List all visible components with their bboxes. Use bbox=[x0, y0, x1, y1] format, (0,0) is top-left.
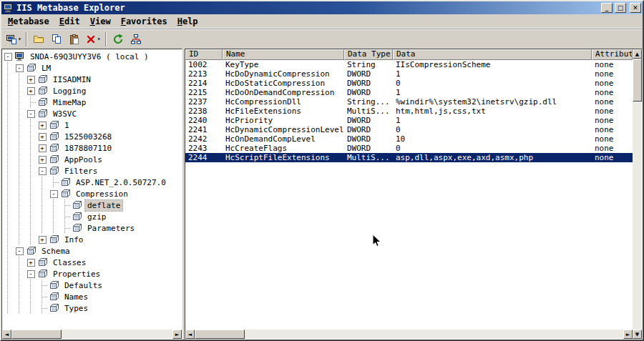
tree-item-gzip[interactable]: gzip bbox=[2, 211, 182, 222]
table-row-2237[interactable]: 2237HcCompressionDllString...%windir%\sy… bbox=[185, 97, 633, 107]
scrollbar-thumb[interactable] bbox=[633, 59, 642, 102]
tree-item-snda-69q3uyy3v6-local[interactable]: -SNDA-69Q3UYY3V6 ( local ) bbox=[2, 51, 182, 62]
menu-item-view[interactable]: View bbox=[85, 15, 116, 28]
tree-guide bbox=[2, 74, 14, 85]
cell-type: DWORD bbox=[344, 125, 393, 134]
expand-icon[interactable]: + bbox=[36, 119, 48, 131]
scroll-right-button[interactable]: ► bbox=[172, 330, 182, 339]
tree-guide bbox=[2, 291, 14, 302]
copy-button[interactable] bbox=[48, 31, 65, 47]
expand-icon[interactable]: + bbox=[25, 257, 36, 268]
collapse-icon[interactable]: - bbox=[2, 51, 14, 62]
tree-item-schema[interactable]: -Schema bbox=[2, 245, 182, 257]
expand-icon[interactable]: + bbox=[36, 154, 48, 165]
table-row-2214[interactable]: 2214HcDoStaticCompressionDWORD0none bbox=[185, 79, 633, 88]
tree-item-w3svc[interactable]: -W3SVC bbox=[2, 108, 182, 119]
node-icon bbox=[37, 268, 49, 280]
cell-attrs: none bbox=[592, 79, 633, 88]
list-vertical-scrollbar[interactable]: ▲ ▼ bbox=[633, 49, 642, 339]
tree-item-names[interactable]: Names bbox=[2, 291, 182, 302]
minimize-button[interactable]: _ bbox=[601, 3, 613, 13]
menu-item-help[interactable]: Help bbox=[172, 15, 203, 28]
titlebar[interactable]: IIS Metabase Explorer _ □ ✕ bbox=[1, 1, 643, 14]
tree-item-apppools[interactable]: +AppPools bbox=[2, 154, 182, 165]
table-row-2242[interactable]: 2242HcOnDemandCompLevelDWORD10none bbox=[185, 134, 633, 144]
scrollbar-thumb[interactable] bbox=[195, 330, 245, 339]
column-header-name[interactable]: Name bbox=[223, 49, 344, 60]
tree-item-parameters[interactable]: Parameters bbox=[2, 222, 182, 234]
expand-icon[interactable]: + bbox=[36, 234, 48, 245]
expand-icon[interactable]: + bbox=[36, 142, 48, 154]
close-button[interactable]: ✕ bbox=[630, 3, 641, 13]
column-header-data[interactable]: Data bbox=[393, 49, 592, 60]
open-key-button[interactable] bbox=[30, 31, 47, 47]
tree-item-types[interactable]: Types bbox=[2, 302, 182, 314]
tree-item-mimemap[interactable]: MimeMap bbox=[2, 97, 182, 108]
table-row-2243[interactable]: 2243HcCreateFlagsDWORD0none bbox=[185, 144, 633, 153]
collapse-icon[interactable]: - bbox=[48, 188, 59, 199]
cell-data: 0 bbox=[393, 144, 592, 153]
column-header-type[interactable]: Data Type bbox=[344, 49, 393, 60]
tree-item-defaults[interactable]: Defaults bbox=[2, 280, 182, 291]
scrollbar-track[interactable] bbox=[62, 330, 172, 339]
tree-item-deflate[interactable]: deflate bbox=[2, 199, 182, 211]
list-horizontal-scrollbar[interactable]: ◄ ► bbox=[185, 330, 633, 339]
table-row-2215[interactable]: 2215HcDoOnDemandCompressionDWORD1none bbox=[185, 88, 633, 97]
tree-horizontal-scrollbar[interactable]: ◄ ► bbox=[2, 330, 182, 339]
menu-item-favorites[interactable]: Favorites bbox=[116, 15, 172, 28]
tree-item-classes[interactable]: +Classes bbox=[2, 257, 182, 268]
cell-attrs: none bbox=[592, 116, 633, 125]
tree-item-filters[interactable]: -Filters bbox=[2, 165, 182, 177]
maximize-button[interactable]: □ bbox=[615, 3, 626, 13]
scrollbar-track[interactable] bbox=[633, 102, 642, 330]
collapse-icon[interactable]: - bbox=[36, 165, 48, 177]
tree-item-properties[interactable]: -Properties bbox=[2, 268, 182, 280]
tree-item-1878807110[interactable]: +1878807110 bbox=[2, 142, 182, 154]
paste-button[interactable] bbox=[66, 31, 83, 47]
table-row-2240[interactable]: 2240HcPriorityDWORD1none bbox=[185, 116, 633, 125]
tree-guide bbox=[14, 97, 25, 108]
column-header-id[interactable]: ID bbox=[185, 49, 223, 60]
tree-item-asp-net-2-0-50727-0[interactable]: ASP.NET_2.0.50727.0 bbox=[2, 177, 182, 188]
collapse-icon[interactable]: - bbox=[25, 268, 36, 280]
collapse-icon[interactable]: - bbox=[25, 108, 36, 119]
scroll-up-button[interactable]: ▲ bbox=[633, 49, 642, 59]
scrollbar-thumb[interactable] bbox=[11, 330, 62, 339]
scroll-down-button[interactable]: ▼ bbox=[633, 330, 642, 339]
tree-item-1[interactable]: +1 bbox=[2, 119, 182, 131]
scrollbar-track[interactable] bbox=[245, 330, 623, 339]
expand-icon[interactable]: + bbox=[25, 85, 36, 97]
tree-guide bbox=[36, 222, 48, 234]
tree-item-iisadmin[interactable]: +IISADMIN bbox=[2, 74, 182, 85]
tree-item-compression[interactable]: -Compression bbox=[2, 188, 182, 199]
column-header-attrs[interactable]: Attributes bbox=[592, 49, 633, 60]
table-row-2238[interactable]: 2238HcFileExtensionsMultiS...htm,html,js… bbox=[185, 107, 633, 116]
tree-item-logging[interactable]: +Logging bbox=[2, 85, 182, 97]
menu-item-metabase[interactable]: Metabase bbox=[3, 15, 54, 28]
collapse-icon[interactable]: - bbox=[14, 62, 25, 74]
tree-item-1525003268[interactable]: +1525003268 bbox=[2, 131, 182, 142]
table-row-2213[interactable]: 2213HcDoDynamicCompressionDWORD1none bbox=[185, 69, 633, 79]
table-row-2244[interactable]: 2244HcScriptFileExtensionsMultiS...asp,d… bbox=[185, 153, 633, 162]
list-pane: IDNameData TypeDataAttributes 1002KeyTyp… bbox=[185, 49, 643, 340]
paste-icon bbox=[69, 34, 80, 45]
tree-guide bbox=[14, 165, 25, 177]
network-button[interactable] bbox=[127, 31, 145, 47]
list-body: 1002KeyTypeStringIIsCompressionSchemenon… bbox=[185, 60, 633, 330]
connect-button[interactable]: ▾ bbox=[4, 31, 23, 47]
cell-type: String bbox=[344, 60, 393, 69]
table-row-1002[interactable]: 1002KeyTypeStringIIsCompressionSchemenon… bbox=[185, 60, 633, 69]
table-row-2241[interactable]: 2241HcDynamicCompressionLevelDWORD0none bbox=[185, 125, 633, 134]
tree-item-lm[interactable]: -LM bbox=[2, 62, 182, 74]
menu-item-edit[interactable]: Edit bbox=[54, 15, 85, 28]
scroll-left-button[interactable]: ◄ bbox=[185, 330, 195, 339]
expand-icon[interactable]: + bbox=[36, 131, 48, 142]
scroll-right-button[interactable]: ► bbox=[623, 330, 633, 339]
tree-item-info[interactable]: +Info bbox=[2, 234, 182, 245]
refresh-button[interactable] bbox=[109, 31, 127, 47]
scroll-left-button[interactable]: ◄ bbox=[2, 330, 11, 339]
collapse-icon[interactable]: - bbox=[14, 245, 25, 257]
list-header: IDNameData TypeDataAttributes bbox=[185, 49, 633, 60]
delete-button[interactable]: ▾ bbox=[84, 31, 102, 47]
expand-icon[interactable]: + bbox=[25, 74, 36, 85]
